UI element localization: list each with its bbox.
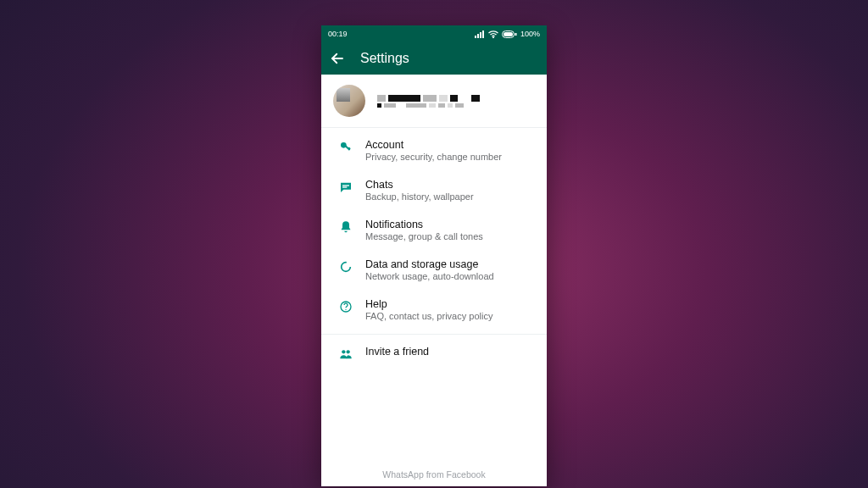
item-invite[interactable]: Invite a friend <box>321 338 547 370</box>
svg-point-9 <box>341 142 347 148</box>
battery-icon <box>502 30 517 38</box>
item-account-sub: Privacy, security, change number <box>365 152 502 162</box>
item-notifications-title: Notifications <box>365 219 483 230</box>
bell-icon <box>333 220 359 234</box>
svg-rect-6 <box>504 32 513 36</box>
profile-row[interactable] <box>321 75 547 128</box>
data-usage-icon <box>333 260 359 274</box>
item-chats[interactable]: Chats Backup, history, wallpaper <box>321 171 547 211</box>
svg-point-17 <box>342 350 345 353</box>
item-data-sub: Network usage, auto-download <box>365 271 494 281</box>
chat-icon <box>333 180 359 194</box>
status-battery-pct: 100% <box>520 30 540 38</box>
svg-rect-2 <box>480 32 481 38</box>
item-help-sub: FAQ, contact us, privacy policy <box>365 311 492 321</box>
status-time: 00:19 <box>328 30 348 38</box>
svg-point-4 <box>492 37 493 38</box>
svg-rect-0 <box>475 36 476 38</box>
item-notifications[interactable]: Notifications Message, group & call tone… <box>321 211 547 251</box>
settings-list-2: Invite a friend <box>321 335 547 374</box>
svg-point-14 <box>342 263 351 272</box>
appbar: Settings <box>321 42 547 75</box>
item-notifications-sub: Message, group & call tones <box>365 231 483 241</box>
signal-icon <box>475 30 485 38</box>
help-icon <box>333 300 359 313</box>
item-invite-title: Invite a friend <box>365 346 429 358</box>
item-chats-sub: Backup, history, wallpaper <box>365 191 474 202</box>
statusbar: 00:19 100% <box>321 25 547 42</box>
wifi-icon <box>488 30 498 38</box>
svg-rect-3 <box>482 30 484 38</box>
svg-rect-7 <box>515 33 516 36</box>
svg-point-18 <box>347 350 350 353</box>
back-button[interactable] <box>330 51 348 66</box>
item-help[interactable]: Help FAQ, contact us, privacy policy <box>321 291 547 330</box>
item-account-title: Account <box>365 139 502 151</box>
item-data-title: Data and storage usage <box>365 258 494 270</box>
phone-frame: 00:19 100% Settings <box>321 25 547 486</box>
people-icon <box>333 347 359 361</box>
item-chats-title: Chats <box>365 179 474 191</box>
item-help-title: Help <box>365 298 492 310</box>
svg-rect-12 <box>342 185 349 186</box>
footer-text: WhatsApp from Facebook <box>321 461 547 486</box>
page-title: Settings <box>360 51 409 66</box>
profile-text <box>377 93 535 109</box>
svg-point-16 <box>345 309 346 310</box>
item-account[interactable]: Account Privacy, security, change number <box>321 131 547 171</box>
item-data-usage[interactable]: Data and storage usage Network usage, au… <box>321 251 547 291</box>
svg-rect-1 <box>477 34 479 38</box>
avatar <box>333 85 365 117</box>
svg-rect-13 <box>342 186 347 187</box>
key-icon <box>333 141 359 154</box>
settings-list: Account Privacy, security, change number… <box>321 128 547 335</box>
